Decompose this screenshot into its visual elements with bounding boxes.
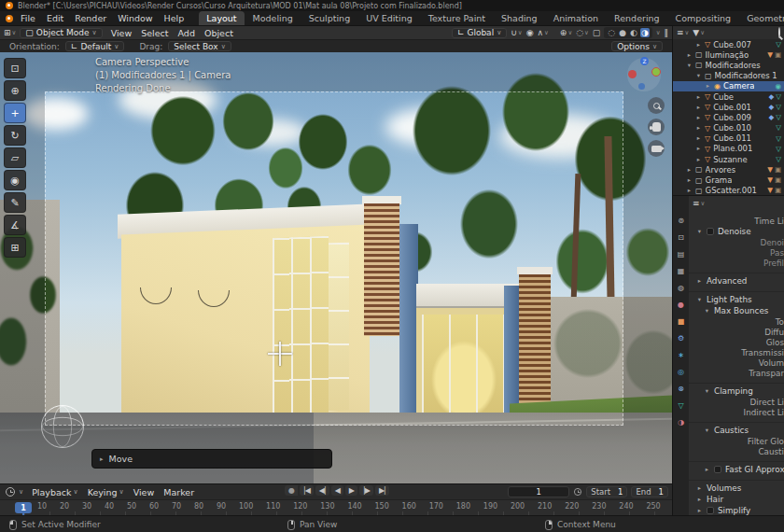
axis-y-handle[interactable] — [651, 67, 661, 77]
outliner-row-cube010[interactable]: ▸ ▽ Cube.010 ▽ — [673, 123, 784, 133]
pan-button[interactable] — [648, 119, 665, 135]
expand-arrow-icon[interactable]: ▸ — [686, 166, 693, 174]
play-reverse-button[interactable]: ◀ — [331, 485, 343, 496]
properties-row[interactable]: Volum — [689, 357, 784, 368]
snap-dropdown[interactable]: ∪ ∨ — [511, 28, 522, 37]
mode-dropdown[interactable]: ▢ Object Mode ∨ — [20, 28, 102, 38]
filter-icon[interactable]: ▼ — [767, 187, 773, 194]
menu-item[interactable]: Help — [159, 12, 190, 24]
workspace-tab[interactable]: Shading — [494, 11, 545, 25]
tab-particles[interactable]: ∗ — [674, 349, 688, 361]
properties-row[interactable]: Transpar — [689, 368, 784, 378]
tab-modifiers[interactable]: ⚙ — [674, 332, 688, 344]
properties-editor-icon[interactable]: ≡ ∨ — [693, 199, 705, 208]
timeline-menu-item[interactable]: Keying∨ — [83, 487, 129, 497]
panel-arrow-icon[interactable]: ▾ — [704, 427, 710, 434]
menu-item[interactable]: Render — [69, 12, 112, 24]
outliner-badges[interactable]: ▽ — [776, 41, 784, 49]
outliner-row-plane001[interactable]: ▸ ▽ Plane.001 ▽ — [673, 144, 784, 154]
jump-to-end-button[interactable]: ▶| — [375, 485, 389, 496]
properties-row[interactable]: Glos — [689, 337, 784, 347]
panel-arrow-icon[interactable]: ▸ — [696, 277, 703, 285]
mesh-data-icon[interactable]: ▽ — [776, 114, 781, 121]
screen-icon[interactable]: ▣ — [775, 187, 781, 194]
properties-row[interactable]: ▸ Volumes — [689, 480, 784, 494]
panel-arrow-icon[interactable]: ▾ — [704, 387, 710, 395]
properties-row[interactable]: ▸ Hair — [689, 494, 784, 505]
filter-icon[interactable]: ▼ — [767, 176, 773, 184]
play-button[interactable]: ▶ — [345, 485, 357, 496]
link-icon[interactable]: ▣ — [775, 166, 781, 174]
zoom-button[interactable] — [648, 97, 665, 114]
instance-icon[interactable]: ▣ — [775, 51, 781, 59]
outliner-row-camera[interactable]: ▸ ◉ Camera ◉ — [673, 81, 784, 91]
panel-arrow-icon[interactable]: ▸ — [696, 496, 703, 503]
modifier-wrench-icon[interactable]: ◆ — [768, 104, 774, 111]
properties-row[interactable]: ▸ Simplify — [689, 505, 784, 515]
outliner-search-button[interactable] — [778, 28, 780, 37]
show-overlays-toggle[interactable]: ◌ ∨ — [576, 28, 589, 37]
panel-arrow-icon[interactable]: ▾ — [696, 296, 703, 303]
outliner-display-mode-dropdown[interactable]: ≡ ∨ — [677, 28, 689, 37]
panel-arrow-icon[interactable]: ▾ — [704, 307, 710, 315]
properties-row[interactable]: Denoi — [689, 237, 784, 247]
expand-arrow-icon[interactable]: ▾ — [695, 72, 702, 79]
mesh-data-icon[interactable]: ▽ — [776, 156, 781, 163]
outliner-badges[interactable]: ◆▽ — [768, 114, 784, 121]
annotate-tool[interactable]: ✎ — [4, 192, 26, 213]
move-operator-panel[interactable]: ▸ Move — [91, 449, 332, 469]
outliner-badges[interactable]: ▽ — [776, 135, 784, 143]
workspace-tab[interactable]: Layout — [199, 11, 244, 25]
shading-dropdown[interactable]: ∨ — [656, 29, 661, 36]
3d-viewport[interactable]: Camera Perspective (1) Modificadores 1 |… — [0, 52, 672, 483]
tab-world[interactable]: ● — [674, 299, 688, 311]
outliner-badges[interactable]: ▽ — [776, 124, 784, 132]
tab-tool[interactable]: ⊚ — [674, 215, 688, 227]
workspace-tab[interactable]: Compositing — [668, 11, 739, 25]
tab-view-layer[interactable]: ▦ — [674, 265, 688, 277]
outliner-filter-dropdown[interactable]: ▼ ∨ — [693, 28, 705, 37]
properties-row[interactable]: ▾ Max Bounces — [689, 305, 784, 316]
properties-row[interactable]: ▾ Denoise — [689, 226, 784, 237]
mesh-data-icon[interactable]: ▽ — [776, 41, 781, 49]
move-tool[interactable]: + — [4, 103, 26, 123]
panel-arrow-icon[interactable]: ▸ — [696, 484, 703, 492]
current-frame-field[interactable]: 1 — [508, 486, 569, 497]
expand-arrow-icon[interactable]: ▸ — [686, 187, 693, 194]
timeline-editor[interactable]: ∨ Playback∨ Keying∨ View Marker ● |◀◀|◀▶… — [0, 483, 672, 515]
mesh-data-icon[interactable]: ▽ — [776, 135, 781, 143]
properties-row[interactable]: Filter Glo — [689, 436, 784, 446]
viewport-menu-item[interactable]: Object — [200, 28, 238, 38]
workspace-tab[interactable]: Animation — [546, 11, 606, 25]
previous-keyframe-button[interactable]: ◀| — [315, 485, 329, 496]
workspace-tab[interactable]: UV Editing — [358, 11, 420, 25]
expand-arrow-icon[interactable]: ▸ — [686, 176, 693, 184]
expand-arrow-icon[interactable]: ▸ — [695, 41, 702, 49]
outliner-badges[interactable]: ▽ — [776, 156, 784, 163]
properties-row[interactable]: ▾ Light Paths — [689, 291, 784, 305]
expand-arrow-icon[interactable]: ▸ — [695, 156, 702, 163]
viewport-shading-material-icon[interactable]: ◐ — [629, 28, 638, 37]
menu-item[interactable]: Window — [112, 12, 158, 24]
expand-arrow-icon[interactable]: ▸ — [695, 93, 702, 101]
outliner-row-gscatter001[interactable]: ▸ ▢ GScatter.001 ▼▣ — [673, 186, 784, 195]
transform-tool[interactable]: ◉ — [4, 170, 26, 190]
panel-arrow-icon[interactable]: ▾ — [696, 228, 703, 235]
editor-type-icon[interactable]: ⊞ ∨ — [4, 28, 16, 37]
viewport-shading-wireframe-icon[interactable]: ◌ — [607, 28, 616, 37]
filter-icon[interactable]: ▼ — [767, 166, 773, 174]
properties-row[interactable]: Causti — [689, 446, 784, 456]
properties-row[interactable]: Direct Li — [689, 397, 784, 407]
outliner-row-suzanne[interactable]: ▸ ▽ Suzanne ▽ — [673, 154, 784, 164]
outliner-badges[interactable]: ▼▣ — [767, 176, 784, 184]
expand-arrow-icon[interactable]: ▾ — [686, 62, 693, 69]
tab-constraints[interactable]: ⊗ — [674, 383, 688, 395]
outliner-row-arvores[interactable]: ▸ ▢ Arvores ▼▣ — [673, 164, 784, 175]
tab-scene[interactable]: ◍ — [674, 282, 688, 294]
checkbox[interactable] — [707, 228, 714, 235]
properties-row[interactable]: ▸ Fast GI Approximation — [689, 461, 784, 475]
properties-row[interactable]: Indirect Li — [689, 407, 784, 417]
rotate-tool[interactable]: ↻ — [4, 125, 26, 146]
tab-output[interactable]: ▤ — [674, 248, 688, 260]
mesh-data-icon[interactable]: ▽ — [776, 146, 781, 153]
